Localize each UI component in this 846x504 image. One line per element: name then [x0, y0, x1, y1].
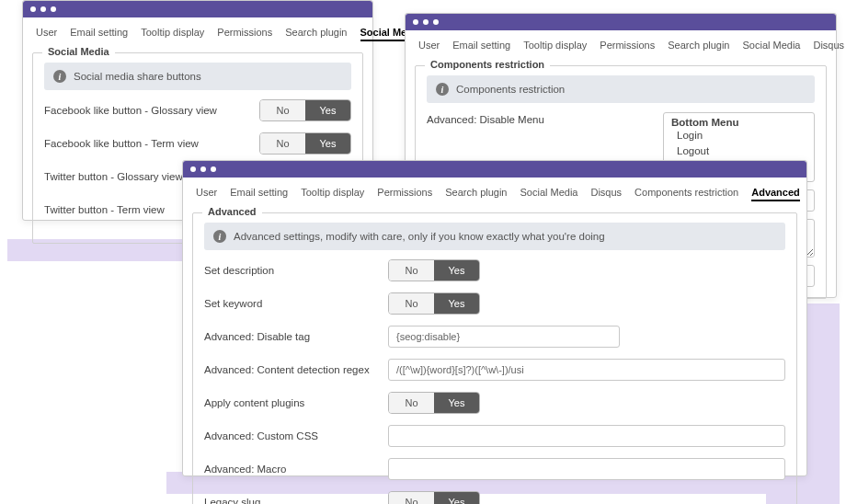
legend: Advanced	[202, 206, 262, 217]
window-dot	[413, 19, 418, 25]
window-dot	[433, 19, 439, 25]
input-regex[interactable]	[388, 359, 785, 381]
toggle-yes[interactable]: Yes	[434, 260, 479, 281]
label-disable-tag: Advanced: Disable tag	[204, 331, 388, 342]
toggle-fb-term[interactable]: No Yes	[259, 132, 351, 155]
tab-email-setting[interactable]: Email setting	[70, 27, 128, 41]
tab-email-setting[interactable]: Email setting	[230, 187, 288, 201]
disable-menu-label: Advanced: Disable Menu	[427, 114, 544, 125]
info-icon: i	[53, 70, 66, 83]
tab-tooltip-display[interactable]: Tooltip display	[523, 40, 587, 54]
window-dot	[30, 6, 36, 12]
tab-email-setting[interactable]: Email setting	[452, 40, 510, 54]
toggle-no[interactable]: No	[389, 492, 434, 504]
tab-components-restriction[interactable]: Components restriction	[634, 187, 738, 201]
tab-user[interactable]: User	[36, 27, 57, 41]
toggle-no[interactable]: No	[389, 393, 434, 413]
input-disable-tag[interactable]	[388, 326, 620, 348]
tab-permissions[interactable]: Permissions	[377, 187, 432, 201]
toggle-yes[interactable]: Yes	[305, 133, 350, 154]
titlebar	[23, 1, 372, 17]
banner-advanced: i Advanced settings, modify with care, o…	[204, 223, 785, 250]
toggle-fb-glossary[interactable]: No Yes	[259, 99, 351, 121]
input-custom-css[interactable]	[388, 425, 785, 447]
toggle-yes[interactable]: Yes	[434, 393, 479, 413]
tab-search-plugin[interactable]: Search plugin	[285, 27, 347, 41]
toggle-yes[interactable]: Yes	[305, 100, 350, 120]
tab-permissions[interactable]: Permissions	[217, 27, 272, 41]
banner-text: Components restriction	[456, 84, 565, 95]
label-set-keyword: Set keyword	[204, 298, 388, 309]
titlebar	[183, 161, 806, 178]
row-label: Facebook like button - Term view	[44, 138, 259, 149]
legend: Social Media	[42, 46, 115, 57]
legend: Components restriction	[425, 59, 550, 70]
toggle-apply-plugins[interactable]: No Yes	[388, 392, 480, 414]
tab-tooltip-display[interactable]: Tooltip display	[301, 187, 364, 201]
toggle-yes[interactable]: Yes	[434, 293, 479, 314]
listbox-title: Bottom Menu	[671, 117, 806, 128]
tab-social-media[interactable]: Social Media	[520, 187, 578, 201]
info-icon: i	[436, 83, 449, 96]
tab-search-plugin[interactable]: Search plugin	[668, 40, 729, 54]
window-dot	[200, 166, 206, 172]
tab-disqus[interactable]: Disqus	[813, 40, 844, 54]
tab-permissions[interactable]: Permissions	[600, 40, 655, 54]
tab-user[interactable]: User	[196, 187, 217, 201]
tab-social-media[interactable]: Social Media	[743, 40, 801, 54]
list-item[interactable]: Logout	[671, 143, 806, 159]
input-macro[interactable]	[388, 458, 785, 480]
label-regex: Advanced: Content detection regex	[204, 364, 388, 375]
toggle-no[interactable]: No	[260, 100, 305, 120]
label-custom-css: Advanced: Custom CSS	[204, 430, 388, 441]
label-set-description: Set description	[204, 265, 388, 276]
list-item[interactable]: Login	[671, 128, 806, 143]
window-dot	[51, 6, 56, 12]
toggle-legacy-slug[interactable]: No Yes	[388, 491, 480, 504]
label-legacy-slug: Legacy slug	[204, 497, 388, 504]
tab-disqus[interactable]: Disqus	[590, 187, 622, 201]
tabs-row: User Email setting Tooltip display Permi…	[183, 178, 806, 207]
fieldset-advanced: Advanced i Advanced settings, modify wit…	[192, 212, 797, 504]
window-dot	[190, 166, 196, 172]
window-dot	[211, 166, 216, 172]
tabs-row: User Email setting Tooltip display Permi…	[23, 17, 372, 47]
row-label: Facebook like button - Glossary view	[44, 105, 259, 116]
banner-text: Social media share buttons	[74, 71, 201, 82]
tab-user[interactable]: User	[418, 40, 440, 54]
toggle-set-keyword[interactable]: No Yes	[388, 292, 480, 315]
banner-components-restriction: i Components restriction	[427, 75, 815, 103]
toggle-no[interactable]: No	[389, 260, 434, 281]
tab-search-plugin[interactable]: Search plugin	[445, 187, 507, 201]
banner-text: Advanced settings, modify with care, onl…	[234, 231, 605, 242]
info-icon: i	[213, 230, 226, 243]
toggle-no[interactable]: No	[260, 133, 305, 154]
window-dot	[423, 19, 429, 25]
window-dot	[40, 6, 46, 12]
toggle-yes[interactable]: Yes	[434, 492, 479, 504]
toggle-no[interactable]: No	[389, 293, 434, 314]
label-apply-plugins: Apply content plugins	[204, 397, 388, 408]
tab-advanced[interactable]: Advanced	[751, 187, 800, 201]
window-advanced: User Email setting Tooltip display Permi…	[182, 160, 807, 476]
titlebar	[406, 14, 836, 30]
banner-social-media: i Social media share buttons	[44, 63, 351, 90]
label-macro: Advanced: Macro	[204, 464, 388, 475]
tabs-row: User Email setting Tooltip display Permi…	[406, 30, 836, 60]
toggle-set-description[interactable]: No Yes	[388, 259, 480, 281]
tab-tooltip-display[interactable]: Tooltip display	[141, 27, 204, 41]
